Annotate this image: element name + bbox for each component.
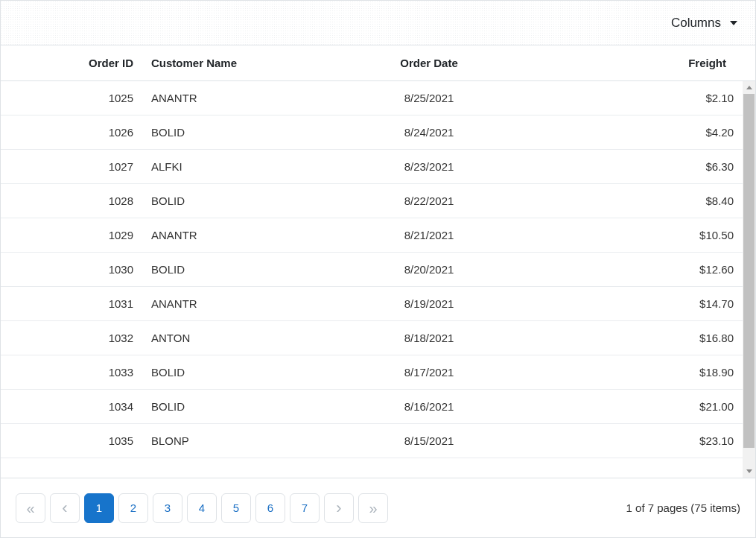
column-header-order-id[interactable]: Order ID xyxy=(1,45,142,80)
cell-freight: $21.00 xyxy=(544,390,743,423)
table-row[interactable]: 1034BOLID8/16/2021$21.00 xyxy=(1,390,743,424)
chevron-double-right-icon xyxy=(369,501,377,516)
cell-customer-name: BOLID xyxy=(142,355,314,389)
cell-order-date: 8/22/2021 xyxy=(314,184,544,218)
cell-order-date: 8/25/2021 xyxy=(314,81,544,115)
cell-customer-name: ANANTR xyxy=(142,218,314,252)
column-chooser-label: Columns xyxy=(671,16,721,31)
cell-order-date: 8/15/2021 xyxy=(314,424,544,458)
cell-freight: $10.50 xyxy=(544,218,743,252)
cell-order-date: 8/20/2021 xyxy=(314,253,544,286)
table-row[interactable]: 1035BLONP8/15/2021$23.10 xyxy=(1,424,743,458)
prev-page-button[interactable] xyxy=(50,493,80,523)
table-row[interactable]: 1032ANTON8/18/2021$16.80 xyxy=(1,321,743,355)
page-number-button[interactable]: 2 xyxy=(118,493,148,523)
cell-customer-name: ALFKI xyxy=(142,150,314,183)
cell-order-id: 1025 xyxy=(1,81,142,115)
cell-freight: $8.40 xyxy=(544,184,743,218)
table-row[interactable]: 1028BOLID8/22/2021$8.40 xyxy=(1,184,743,218)
last-page-button[interactable] xyxy=(358,493,388,523)
cell-order-id: 1029 xyxy=(1,218,142,252)
scrollbar-thumb[interactable] xyxy=(743,94,755,448)
page-number-button[interactable]: 7 xyxy=(290,493,320,523)
cell-order-date: 8/18/2021 xyxy=(314,321,544,355)
table-row[interactable]: 1026BOLID8/24/2021$4.20 xyxy=(1,115,743,150)
cell-freight: $2.10 xyxy=(544,81,743,115)
cell-customer-name: ANANTR xyxy=(142,81,314,115)
cell-order-id: 1031 xyxy=(1,287,142,320)
next-page-button[interactable] xyxy=(324,493,354,523)
cell-freight: $6.30 xyxy=(544,150,743,183)
page-number-button[interactable]: 6 xyxy=(255,493,285,523)
chevron-down-icon xyxy=(746,469,752,473)
cell-order-date: 8/16/2021 xyxy=(314,390,544,423)
cell-order-id: 1030 xyxy=(1,253,142,286)
page-number-button[interactable]: 4 xyxy=(187,493,217,523)
first-page-button[interactable] xyxy=(16,493,45,523)
pager-buttons: 1234567 xyxy=(16,493,388,523)
cell-order-id: 1026 xyxy=(1,115,142,149)
cell-customer-name: ANTON xyxy=(142,321,314,355)
cell-order-id: 1028 xyxy=(1,184,142,218)
scroll-up-button[interactable] xyxy=(743,81,755,94)
table-row[interactable]: 1030BOLID8/20/2021$12.60 xyxy=(1,253,743,287)
chevron-up-icon xyxy=(746,86,752,89)
grid-toolbar: Columns xyxy=(1,1,755,45)
cell-order-id: 1035 xyxy=(1,424,142,458)
page-number-button[interactable]: 1 xyxy=(84,493,114,523)
cell-order-date: 8/24/2021 xyxy=(314,115,544,149)
scroll-down-button[interactable] xyxy=(743,465,755,478)
pager-info: 1 of 7 pages (75 items) xyxy=(626,501,740,514)
pager: 1234567 1 of 7 pages (75 items) xyxy=(1,478,755,537)
column-header-order-date[interactable]: Order Date xyxy=(314,45,544,80)
cell-customer-name: ANANTR xyxy=(142,287,314,320)
cell-customer-name: BOLID xyxy=(142,184,314,218)
column-chooser-button[interactable]: Columns xyxy=(671,16,737,31)
cell-order-id: 1027 xyxy=(1,150,142,183)
cell-freight: $4.20 xyxy=(544,115,743,149)
cell-freight: $23.10 xyxy=(544,424,743,458)
cell-order-id: 1032 xyxy=(1,321,142,355)
cell-freight: $12.60 xyxy=(544,253,743,286)
cell-freight: $16.80 xyxy=(544,321,743,355)
table-row[interactable]: 1033BOLID8/17/2021$18.90 xyxy=(1,355,743,390)
cell-order-date: 8/21/2021 xyxy=(314,218,544,252)
grid-body: 1025ANANTR8/25/2021$2.101026BOLID8/24/20… xyxy=(1,81,755,478)
chevron-right-icon xyxy=(336,500,341,516)
chevron-double-left-icon xyxy=(26,501,34,516)
table-row[interactable]: 1029ANANTR8/21/2021$10.50 xyxy=(1,218,743,253)
page-number-button[interactable]: 3 xyxy=(153,493,182,523)
cell-freight: $18.90 xyxy=(544,355,743,389)
cell-customer-name: BOLID xyxy=(142,390,314,423)
data-grid: Columns Order ID Customer Name Order Dat… xyxy=(0,0,756,538)
column-header-freight[interactable]: Freight xyxy=(544,45,743,80)
cell-customer-name: BLONP xyxy=(142,424,314,458)
cell-order-date: 8/19/2021 xyxy=(314,287,544,320)
cell-freight: $14.70 xyxy=(544,287,743,320)
cell-customer-name: BOLID xyxy=(142,115,314,149)
page-number-button[interactable]: 5 xyxy=(221,493,251,523)
cell-order-id: 1033 xyxy=(1,355,142,389)
chevron-down-icon xyxy=(730,21,737,25)
cell-customer-name: BOLID xyxy=(142,253,314,286)
chevron-left-icon xyxy=(62,500,67,516)
column-header-customer-name[interactable]: Customer Name xyxy=(142,45,314,80)
table-row[interactable]: 1027ALFKI8/23/2021$6.30 xyxy=(1,150,743,184)
cell-order-date: 8/23/2021 xyxy=(314,150,544,183)
table-row[interactable]: 1025ANANTR8/25/2021$2.10 xyxy=(1,81,743,115)
table-row[interactable]: 1031ANANTR8/19/2021$14.70 xyxy=(1,287,743,321)
column-header-row: Order ID Customer Name Order Date Freigh… xyxy=(1,45,755,81)
vertical-scrollbar[interactable] xyxy=(743,81,755,478)
cell-order-id: 1034 xyxy=(1,390,142,423)
cell-order-date: 8/17/2021 xyxy=(314,355,544,389)
